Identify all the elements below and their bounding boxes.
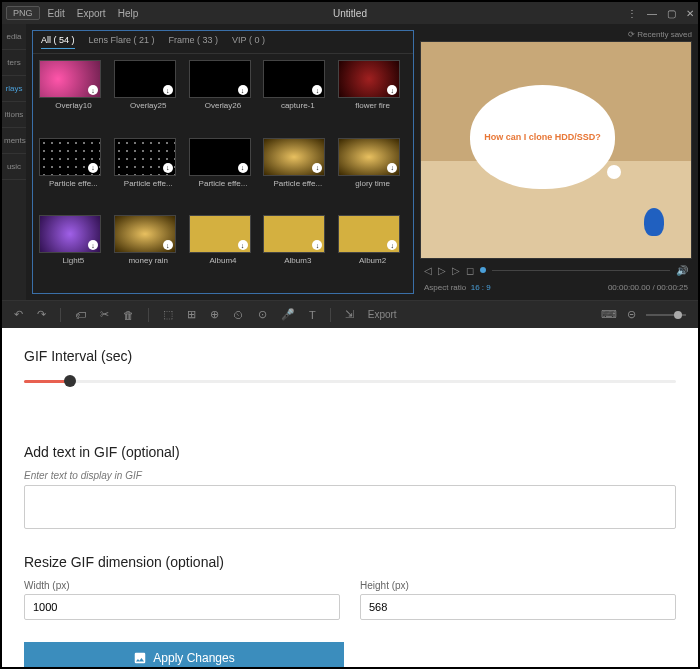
apply-changes-button[interactable]: Apply Changes xyxy=(24,642,344,669)
menu-edit[interactable]: Edit xyxy=(48,8,65,19)
export-button[interactable]: Export xyxy=(368,309,397,320)
stop-icon[interactable]: ◻ xyxy=(466,265,474,276)
download-icon[interactable]: ↓ xyxy=(238,240,248,250)
asset-thumb[interactable]: ↓Overlay10 xyxy=(39,60,108,132)
minimize-icon[interactable]: — xyxy=(647,8,657,19)
prev-icon[interactable]: ◁ xyxy=(424,265,432,276)
asset-tab[interactable]: All ( 54 ) xyxy=(41,35,75,49)
asset-thumb[interactable]: ↓Particle effe... xyxy=(263,138,332,210)
thumb-image[interactable]: ↓ xyxy=(114,215,176,253)
sidebar-item-itions[interactable]: itions xyxy=(2,102,26,128)
asset-thumb[interactable]: ↓capture-1 xyxy=(263,60,332,132)
interval-thumb[interactable] xyxy=(64,375,76,387)
thumb-image[interactable]: ↓ xyxy=(189,138,251,176)
thumb-image[interactable]: ↓ xyxy=(263,215,325,253)
download-icon[interactable]: ↓ xyxy=(387,85,397,95)
sidebar-item-edia[interactable]: edia xyxy=(2,24,26,50)
thumb-image[interactable]: ↓ xyxy=(189,215,251,253)
tool-icon[interactable]: ⊙ xyxy=(258,308,267,321)
tool-icon[interactable]: ⊝ xyxy=(627,308,636,321)
asset-tab[interactable]: VIP ( 0 ) xyxy=(232,35,265,49)
download-icon[interactable]: ↓ xyxy=(88,85,98,95)
thumb-label: money rain xyxy=(114,256,183,265)
tool-icon[interactable]: 🏷 xyxy=(75,309,86,321)
sidebar-item-usic[interactable]: usic xyxy=(2,154,26,180)
download-icon[interactable]: ↓ xyxy=(238,85,248,95)
thumb-image[interactable]: ↓ xyxy=(39,60,101,98)
asset-thumb[interactable]: ↓Particle effe... xyxy=(39,138,108,210)
download-icon[interactable]: ↓ xyxy=(163,240,173,250)
download-icon[interactable]: ↓ xyxy=(312,85,322,95)
tool-icon[interactable]: ⇲ xyxy=(345,308,354,321)
thumb-image[interactable]: ↓ xyxy=(338,138,400,176)
thumb-image[interactable]: ↓ xyxy=(114,60,176,98)
download-icon[interactable]: ↓ xyxy=(312,240,322,250)
thumb-label: Particle effe... xyxy=(39,179,108,188)
tool-icon[interactable]: T xyxy=(309,309,316,321)
asset-thumb[interactable]: ↓glory time xyxy=(338,138,407,210)
playhead-dot[interactable] xyxy=(480,267,486,273)
playhead-track[interactable] xyxy=(492,270,670,271)
asset-thumb[interactable]: ↓Album4 xyxy=(189,215,258,287)
tool-icon[interactable]: ⊞ xyxy=(187,308,196,321)
tool-icon[interactable]: ⏲ xyxy=(233,309,244,321)
download-icon[interactable]: ↓ xyxy=(238,163,248,173)
thumb-image[interactable]: ↓ xyxy=(263,138,325,176)
asset-thumb[interactable]: ↓Overlay25 xyxy=(114,60,183,132)
recently-saved-badge[interactable]: ⟳ Recently saved xyxy=(628,30,692,39)
tool-icon[interactable]: 🎤 xyxy=(281,308,295,321)
asset-thumb[interactable]: ↓Overlay26 xyxy=(189,60,258,132)
download-icon[interactable]: ↓ xyxy=(163,85,173,95)
sidebar-item-ters[interactable]: ters xyxy=(2,50,26,76)
asset-thumb[interactable]: ↓Particle effe... xyxy=(114,138,183,210)
zoom-slider[interactable] xyxy=(646,314,686,316)
preview-viewport[interactable]: How can I clone HDD/SSD? xyxy=(420,41,692,259)
download-icon[interactable]: ↓ xyxy=(163,163,173,173)
format-badge[interactable]: PNG xyxy=(6,6,40,20)
thumb-image[interactable]: ↓ xyxy=(338,60,400,98)
interval-slider[interactable] xyxy=(24,374,676,388)
download-icon[interactable]: ↓ xyxy=(88,240,98,250)
asset-thumb[interactable]: ↓Light5 xyxy=(39,215,108,287)
download-icon[interactable]: ↓ xyxy=(387,240,397,250)
more-icon[interactable]: ⋮ xyxy=(627,8,637,19)
asset-tab[interactable]: Lens Flare ( 21 ) xyxy=(89,35,155,49)
next-icon[interactable]: ▷ xyxy=(452,265,460,276)
download-icon[interactable]: ↓ xyxy=(312,163,322,173)
download-icon[interactable]: ↓ xyxy=(88,163,98,173)
tool-icon[interactable]: ↶ xyxy=(14,308,23,321)
tool-icon[interactable]: ⌨ xyxy=(601,308,617,321)
volume-icon[interactable]: 🔊 xyxy=(676,265,688,276)
asset-thumb[interactable]: ↓Album2 xyxy=(338,215,407,287)
tool-icon[interactable]: ⬚ xyxy=(163,308,173,321)
thumb-image[interactable]: ↓ xyxy=(263,60,325,98)
aspect-ratio-value[interactable]: 16 : 9 xyxy=(471,283,491,292)
add-text-hint: Enter text to display in GIF xyxy=(24,470,676,481)
thumb-image[interactable]: ↓ xyxy=(189,60,251,98)
thumb-image[interactable]: ↓ xyxy=(39,215,101,253)
asset-grid: ↓Overlay10↓Overlay25↓Overlay26↓capture-1… xyxy=(33,54,413,293)
gif-text-input[interactable] xyxy=(24,485,676,529)
asset-thumb[interactable]: ↓Album3 xyxy=(263,215,332,287)
thumb-image[interactable]: ↓ xyxy=(39,138,101,176)
play-icon[interactable]: ▷ xyxy=(438,265,446,276)
maximize-icon[interactable]: ▢ xyxy=(667,8,676,19)
asset-tab[interactable]: Frame ( 33 ) xyxy=(169,35,219,49)
thumb-image[interactable]: ↓ xyxy=(114,138,176,176)
thumb-image[interactable]: ↓ xyxy=(338,215,400,253)
width-input[interactable] xyxy=(24,594,340,620)
asset-thumb[interactable]: ↓flower fire xyxy=(338,60,407,132)
menu-help[interactable]: Help xyxy=(118,8,139,19)
tool-icon[interactable]: ✂ xyxy=(100,308,109,321)
asset-thumb[interactable]: ↓money rain xyxy=(114,215,183,287)
download-icon[interactable]: ↓ xyxy=(387,163,397,173)
tool-icon[interactable]: 🗑 xyxy=(123,309,134,321)
asset-thumb[interactable]: ↓Particle effe... xyxy=(189,138,258,210)
menu-export[interactable]: Export xyxy=(77,8,106,19)
close-icon[interactable]: ✕ xyxy=(686,8,694,19)
tool-icon[interactable]: ⊕ xyxy=(210,308,219,321)
sidebar-item-rlays[interactable]: rlays xyxy=(2,76,26,102)
height-input[interactable] xyxy=(360,594,676,620)
tool-icon[interactable]: ↷ xyxy=(37,308,46,321)
sidebar-item-ments[interactable]: ments xyxy=(2,128,26,154)
